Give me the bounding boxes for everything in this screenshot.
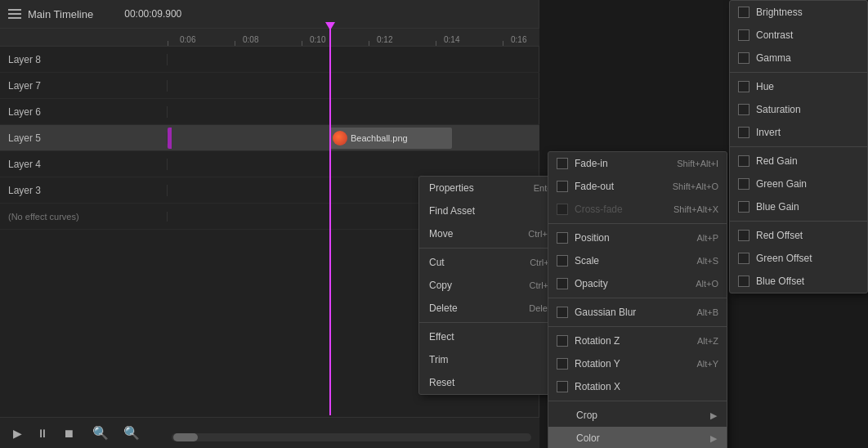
menu-item-crossfade[interactable]: Cross-fade Shift+Alt+X: [548, 198, 727, 221]
menu-item-hue[interactable]: Hue: [730, 75, 867, 98]
checkbox-saturation: [738, 104, 749, 115]
checkbox-rotation-z: [557, 335, 568, 347]
menu-item-color[interactable]: Color ▶: [548, 427, 727, 448]
layer-row-5[interactable]: Layer 5 Beachball.png: [0, 125, 539, 151]
layer-label-4: Layer 4: [0, 159, 168, 170]
checkbox-gamma: [738, 52, 749, 64]
menu-item-invert[interactable]: Invert: [730, 121, 867, 144]
layer-row-4[interactable]: Layer 4: [0, 151, 539, 177]
hamburger-icon[interactable]: [8, 9, 21, 19]
context-menu-sub1: Fade-in Shift+Alt+I Fade-out Shift+Alt+O…: [548, 151, 727, 448]
sub2-divider-2: [730, 146, 867, 147]
ruler-mark-3: 0:12: [377, 35, 392, 44]
sub1-divider-2: [548, 298, 727, 298]
checkbox-hue: [738, 81, 749, 92]
ruler-mark-5: 0:16: [511, 35, 526, 44]
menu-item-copy[interactable]: Copy Ctrl+C: [419, 274, 565, 297]
layer-row-6[interactable]: Layer 6: [0, 99, 539, 125]
menu-item-blue-offset[interactable]: Blue Offset: [730, 270, 867, 293]
layer-content-8: [168, 47, 539, 72]
timeline-header: Main Timeline 00:00:09.900: [0, 0, 539, 29]
menu-item-red-offset[interactable]: Red Offset: [730, 224, 867, 247]
menu-item-scale[interactable]: Scale Alt+S: [548, 249, 727, 272]
zoom-in-button[interactable]: 🔍: [120, 423, 143, 442]
sub1-divider-4: [548, 401, 727, 401]
menu-item-crop[interactable]: Crop ▶: [548, 404, 727, 427]
ruler-mark-1: 0:08: [243, 35, 258, 44]
menu-item-fade-out[interactable]: Fade-out Shift+Alt+O: [548, 175, 727, 198]
menu-item-rotation-z[interactable]: Rotation Z Alt+Z: [548, 329, 727, 352]
checkbox-fade-out: [557, 181, 568, 192]
menu-item-reset[interactable]: Reset ▶: [419, 371, 565, 394]
menu-item-cut[interactable]: Cut Ctrl+X: [419, 251, 565, 274]
menu-item-move[interactable]: Move Ctrl+M: [419, 222, 565, 245]
stop-button[interactable]: ⏹: [60, 425, 78, 441]
menu-item-brightness[interactable]: Brightness: [730, 1, 867, 24]
menu-divider-2: [419, 322, 565, 323]
menu-item-position[interactable]: Position Alt+P: [548, 226, 727, 249]
playhead[interactable]: [329, 29, 331, 415]
purple-bar: [168, 128, 172, 149]
layer-label-5: Layer 5: [0, 132, 168, 144]
ruler: 0:06 0:08 0:10 0:12 0:14 0:16: [0, 29, 539, 47]
menu-item-blue-gain[interactable]: Blue Gain: [730, 195, 867, 218]
checkbox-green-gain: [738, 178, 749, 190]
checkbox-brightness: [738, 7, 749, 18]
ruler-mark-2: 0:10: [310, 35, 325, 44]
context-menu-main: Properties Enter Find Asset Move Ctrl+M …: [418, 176, 566, 395]
layer-row-7[interactable]: Layer 7: [0, 73, 539, 99]
layer-content-4: [168, 151, 539, 177]
menu-item-effect[interactable]: Effect ▶: [419, 325, 565, 348]
play-button[interactable]: ▶: [10, 425, 25, 441]
menu-item-saturation[interactable]: Saturation: [730, 98, 867, 121]
checkbox-crossfade: [557, 204, 568, 215]
menu-item-rotation-x[interactable]: Rotation X: [548, 375, 727, 398]
menu-item-properties[interactable]: Properties Enter: [419, 177, 565, 199]
checkbox-gaussian-blur: [557, 307, 568, 318]
checkbox-blue-gain: [738, 201, 749, 213]
checkbox-invert: [738, 127, 749, 138]
checkbox-contrast: [738, 29, 749, 41]
menu-item-green-gain[interactable]: Green Gain: [730, 172, 867, 195]
layer-label-8: Layer 8: [0, 54, 168, 65]
sub1-divider-3: [548, 326, 727, 327]
menu-item-opacity[interactable]: Opacity Alt+O: [548, 272, 727, 295]
checkbox-green-offset: [738, 253, 749, 264]
checkbox-position: [557, 232, 568, 244]
menu-item-gaussian-blur[interactable]: Gaussian Blur Alt+B: [548, 301, 727, 324]
menu-item-contrast[interactable]: Contrast: [730, 24, 867, 47]
menu-item-find-asset[interactable]: Find Asset: [419, 199, 565, 222]
context-menu-sub2: Brightness Contrast Gamma Hue Saturation…: [729, 0, 868, 293]
checkbox-fade-in: [557, 158, 568, 169]
layer-clip-beachball[interactable]: Beachball.png: [329, 128, 452, 149]
checkbox-rotation-y: [557, 358, 568, 370]
menu-item-green-offset[interactable]: Green Offset: [730, 247, 867, 270]
menu-item-trim[interactable]: Trim ▶: [419, 348, 565, 371]
effects-label: (No effect curves): [0, 212, 168, 222]
clip-icon: [333, 131, 347, 146]
menu-item-delete[interactable]: Delete Delete: [419, 297, 565, 320]
menu-item-rotation-y[interactable]: Rotation Y Alt+Y: [548, 352, 727, 375]
layer-content-6: [168, 99, 539, 124]
sub1-divider-1: [548, 223, 727, 224]
menu-item-gamma[interactable]: Gamma: [730, 47, 867, 69]
transport-bar: ▶ ⏸ ⏹ 🔍 🔍: [0, 417, 539, 448]
sub2-divider-1: [730, 72, 867, 73]
layer-content-7: [168, 73, 539, 98]
layer-row-8[interactable]: Layer 8: [0, 47, 539, 73]
checkbox-rotation-x: [557, 381, 568, 392]
menu-item-fade-in[interactable]: Fade-in Shift+Alt+I: [548, 152, 727, 175]
menu-item-red-gain[interactable]: Red Gain: [730, 150, 867, 172]
timeline-title: Main Timeline: [28, 8, 93, 20]
zoom-out-button[interactable]: 🔍: [89, 423, 112, 442]
timeline-scrollbar[interactable]: [172, 433, 531, 441]
scrollbar-thumb[interactable]: [173, 433, 198, 441]
sub2-divider-3: [730, 221, 867, 222]
menu-divider-1: [419, 248, 565, 249]
pause-button[interactable]: ⏸: [34, 425, 51, 441]
layer-content-5: Beachball.png: [168, 125, 539, 150]
ruler-mark-0: 0:06: [180, 35, 195, 44]
checkbox-blue-offset: [738, 276, 749, 287]
checkbox-opacity: [557, 278, 568, 289]
layer-label-3: Layer 3: [0, 185, 168, 196]
